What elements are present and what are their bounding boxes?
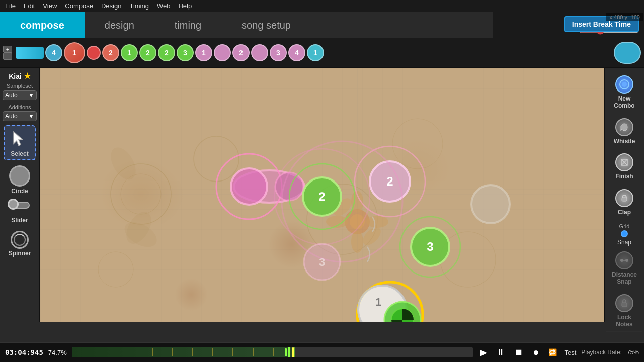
playback-timeline[interactable] xyxy=(72,347,473,357)
stop-button[interactable]: ⏹ xyxy=(512,347,525,358)
timeline-circle-selected[interactable] xyxy=(614,42,641,64)
timeline-circle[interactable]: 3 xyxy=(177,44,194,61)
slider-tool-icon xyxy=(9,202,31,216)
tool-whistle[interactable]: Whistle xyxy=(606,115,642,148)
tool-select[interactable]: Select xyxy=(4,125,36,160)
timeline-strip: + - 4 1 2 1 2 2 3 1 2 3 4 1 xyxy=(0,38,644,68)
hit-circle-gray[interactable] xyxy=(471,185,510,223)
timeline-marker-green xyxy=(288,347,290,357)
hit-circle-pink-3-ghost[interactable]: 3 xyxy=(304,244,340,280)
playback-rate-label: Playback Rate: xyxy=(581,349,622,356)
coords-display: x:480 y:-160 xyxy=(606,13,643,21)
svg-point-47 xyxy=(620,259,623,262)
select-label: Select xyxy=(11,150,28,157)
grid-snap-dot xyxy=(621,230,628,237)
menu-compose[interactable]: Compose xyxy=(65,2,93,10)
kiai-label: Kiai xyxy=(9,72,22,80)
finish-icon xyxy=(615,153,633,171)
timeline-circle[interactable]: 2 xyxy=(158,44,175,61)
additions-dropdown[interactable]: Auto ▼ xyxy=(3,111,37,121)
circle-label: Circle xyxy=(11,188,28,195)
tab-design[interactable]: design xyxy=(85,12,154,38)
record-button[interactable]: ⏺ xyxy=(530,348,541,356)
menu-bar: File Edit View Compose Design Timing Web… xyxy=(0,0,644,12)
sampleset-dropdown[interactable]: Auto ▼ xyxy=(3,90,37,100)
zoom-display: 74.7% xyxy=(48,349,67,356)
clap-label: Clap xyxy=(618,209,631,216)
tab-compose[interactable]: compose xyxy=(0,12,85,38)
grid-snap-control[interactable]: Grid Snap xyxy=(606,221,642,248)
playback-rate-value: 75% xyxy=(627,349,639,356)
menu-help[interactable]: Help xyxy=(178,2,192,10)
timeline-zoom-in[interactable]: + xyxy=(3,46,12,53)
timeline-circle[interactable]: 1 xyxy=(64,42,85,63)
tool-circle[interactable]: Circle xyxy=(4,163,36,197)
timeline-circle[interactable] xyxy=(87,46,101,60)
timeline-zoom-controls: + - xyxy=(3,46,12,60)
tool-new-combo[interactable]: NewCombo xyxy=(606,72,642,113)
lock-notes-label: LockNotes xyxy=(616,314,632,328)
canvas-area[interactable]: 2 2 3 xyxy=(40,68,604,322)
tool-slider[interactable]: Slider xyxy=(4,200,36,226)
timeline-circle[interactable]: 4 xyxy=(45,44,62,61)
main-layout: Kiai ★ Sampleset Auto ▼ Additions Auto ▼… xyxy=(0,68,644,322)
timeline-circle[interactable]: 1 xyxy=(121,44,138,61)
bottom-bar: 03:04:945 74.7% ▶ ⏸ ⏹ ⏺ 🔁 Test Playback … xyxy=(0,342,644,362)
tool-finish[interactable]: Finish xyxy=(606,150,642,184)
spinner-selected[interactable]: 1 xyxy=(357,282,423,322)
whistle-icon xyxy=(615,118,633,136)
new-combo-icon xyxy=(615,75,633,94)
new-combo-label: NewCombo xyxy=(614,95,634,110)
timeline-zoom-out[interactable]: - xyxy=(3,53,12,60)
sampleset-chevron-icon: ▼ xyxy=(28,92,34,99)
tool-clap[interactable]: Clap xyxy=(606,186,642,219)
svg-point-23 xyxy=(231,168,267,205)
time-display: 03:04:945 xyxy=(5,348,43,356)
menu-file[interactable]: File xyxy=(5,2,16,10)
loop-button[interactable]: 🔁 xyxy=(546,348,559,356)
timeline-progress xyxy=(16,47,44,59)
timeline-circle[interactable]: 1 xyxy=(307,44,324,61)
hit-circle-green-3[interactable]: 3 xyxy=(400,217,460,277)
timeline-circle[interactable]: 2 xyxy=(102,44,119,61)
tab-timing[interactable]: timing xyxy=(154,12,221,38)
menu-design[interactable]: Design xyxy=(101,2,121,10)
pause-button[interactable]: ⏸ xyxy=(494,347,507,358)
svg-rect-46 xyxy=(622,198,627,201)
timeline-circle[interactable]: 3 xyxy=(270,44,287,61)
tab-song-setup[interactable]: song setup xyxy=(221,12,311,38)
spinner-label: Spinner xyxy=(9,250,31,257)
tab-bar: compose design timing song setup Beat Sn… xyxy=(0,12,644,38)
kiai-star-icon: ★ xyxy=(24,71,31,81)
kiai-toggle[interactable]: Kiai ★ xyxy=(9,71,31,81)
tool-lock-notes[interactable]: LockNotes xyxy=(606,291,642,332)
svg-point-48 xyxy=(625,259,628,262)
tool-distance-snap[interactable]: DistanceSnap xyxy=(606,248,642,289)
menu-web[interactable]: Web xyxy=(157,2,171,10)
slider-label: Slider xyxy=(11,217,28,224)
menu-view[interactable]: View xyxy=(43,2,57,10)
svg-rect-50 xyxy=(622,303,627,307)
hit-objects-layer: 2 2 3 xyxy=(40,68,604,322)
timeline-circle[interactable]: 1 xyxy=(195,44,212,61)
clap-icon xyxy=(615,189,633,207)
playhead xyxy=(292,347,294,357)
menu-timing[interactable]: Timing xyxy=(129,2,149,10)
timeline-fill xyxy=(72,347,293,357)
spinner-tool-icon xyxy=(11,231,29,249)
timeline-circle[interactable]: 2 xyxy=(232,44,250,61)
additions-label: Additions xyxy=(8,104,31,110)
svg-point-38 xyxy=(471,185,510,223)
tool-spinner[interactable]: Spinner xyxy=(4,229,36,259)
hit-circle-pink-2[interactable]: 2 xyxy=(355,146,425,217)
timeline-circle[interactable] xyxy=(251,44,268,61)
left-sidebar: Kiai ★ Sampleset Auto ▼ Additions Auto ▼… xyxy=(0,68,40,322)
menu-edit[interactable]: Edit xyxy=(24,2,35,10)
timeline-circle[interactable] xyxy=(214,44,231,61)
timeline-circle[interactable]: 2 xyxy=(139,44,156,61)
play-button[interactable]: ▶ xyxy=(478,347,489,358)
right-sidebar: NewCombo Whistle Finish Clap Grid xyxy=(604,68,644,322)
test-label: Test xyxy=(564,349,576,356)
distance-snap-icon xyxy=(615,251,633,269)
timeline-circle[interactable]: 4 xyxy=(288,44,305,61)
